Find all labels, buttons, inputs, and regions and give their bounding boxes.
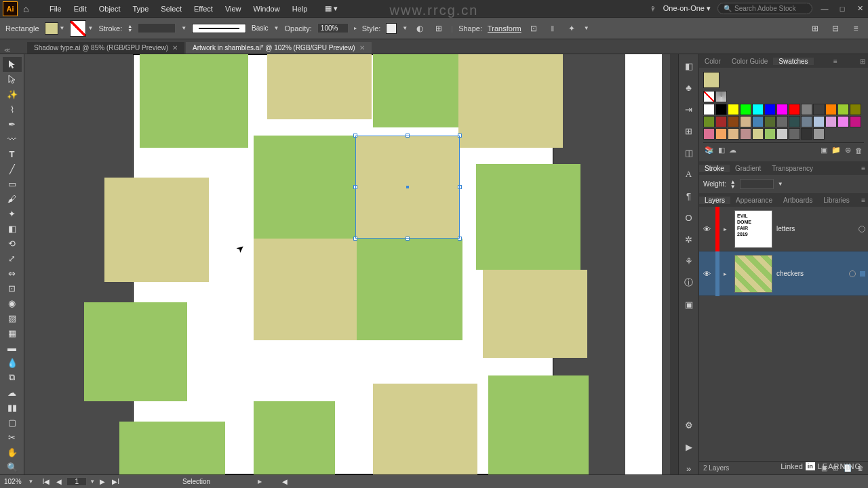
stroke-swatch-dropdown[interactable]: ▼ (70, 20, 93, 37)
zoom-tool[interactable]: 🔍 (3, 460, 22, 474)
recolor-icon[interactable]: ◐ (413, 22, 427, 35)
document-tab[interactable]: Shadow type.ai @ 85% (RGB/GPU Preview)✕ (27, 42, 184, 54)
opentype-icon[interactable]: O (683, 211, 695, 224)
magic-wand-tool[interactable]: ✨ (3, 87, 22, 102)
layer-visibility-icon[interactable]: 👁 (702, 225, 711, 233)
hand-tool[interactable]: ✋ (3, 445, 22, 460)
lasso-tool[interactable]: ⌇ (3, 102, 22, 117)
swatch-cell[interactable] (850, 116, 861, 127)
layer-row[interactable]: 👁▸checkers (699, 251, 868, 296)
swatch-cell[interactable] (728, 116, 739, 127)
help-beacon-icon[interactable]: ♀ (650, 3, 656, 14)
tab-artboards[interactable]: Artboards (778, 197, 818, 204)
isolate-icon[interactable]: ⊡ (527, 22, 540, 35)
shape-rectangle[interactable] (458, 54, 563, 148)
shape-rectangle[interactable] (373, 384, 477, 474)
swatch-options-icon[interactable]: ☁ (729, 146, 736, 155)
stroke-weight-input[interactable] (138, 23, 176, 33)
swatch-cell[interactable] (740, 116, 751, 127)
swatch-cell[interactable] (801, 104, 812, 115)
align-icon[interactable]: ⊞ (432, 22, 446, 35)
shape-rectangle[interactable] (104, 178, 209, 282)
mesh-tool[interactable]: ▦ (3, 325, 22, 340)
layer-name-label[interactable]: checkers (776, 270, 845, 277)
swatch-cell[interactable] (715, 104, 727, 115)
shape-rectangle[interactable] (357, 239, 462, 340)
tab-overflow-icon[interactable]: ≪ (4, 47, 10, 54)
brush-dropdown[interactable]: ▼ (181, 25, 186, 31)
shape-rectangle[interactable] (254, 239, 358, 340)
glyphs-icon[interactable]: ✲ (683, 233, 695, 245)
stroke-panel-menu-icon[interactable]: ≡ (859, 165, 868, 172)
swatch-cell[interactable] (715, 128, 727, 140)
menu-window[interactable]: Window (248, 5, 286, 13)
workspace-switcher[interactable]: One-on-One ▾ (663, 4, 711, 13)
eyedropper-tool[interactable]: 💧 (3, 355, 22, 370)
swatch-library-icon[interactable]: 📚 (705, 146, 714, 155)
menu-type[interactable]: Type (127, 5, 155, 13)
stroke-weight-field[interactable] (740, 179, 774, 189)
swatch-cell[interactable] (728, 128, 739, 140)
libraries-icon[interactable]: ♣ (683, 81, 695, 94)
shape-rectangle[interactable] (488, 375, 589, 474)
brush-preview[interactable] (192, 24, 246, 33)
swatch-kind-icon[interactable]: ◧ (718, 146, 725, 155)
swatch-cell[interactable] (776, 116, 788, 127)
shaper-tool[interactable]: ✦ (3, 206, 22, 221)
swatch-cell[interactable] (752, 104, 764, 115)
swatch-cell[interactable] (752, 116, 764, 127)
layers-panel-menu-icon[interactable]: ≡ (859, 197, 868, 204)
shape-rectangle[interactable] (84, 302, 187, 401)
vertical-scrollbar[interactable] (670, 54, 678, 474)
rotate-tool[interactable]: ⟲ (3, 236, 22, 251)
menu-object[interactable]: Object (93, 5, 127, 13)
new-folder-icon[interactable]: 📁 (831, 146, 841, 155)
swatch-cell[interactable] (837, 116, 849, 127)
expand-icon[interactable]: » (683, 462, 695, 474)
delete-swatch-icon[interactable]: 🗑 (855, 146, 863, 155)
shape-rectangle[interactable] (140, 54, 248, 148)
layer-expand-icon[interactable]: ▸ (724, 270, 730, 277)
swatch-cell[interactable] (813, 116, 825, 127)
swatches-view-grid-icon[interactable]: ⊞ (857, 58, 868, 65)
swatch-cell[interactable] (825, 104, 837, 115)
swatch-cell[interactable] (850, 104, 861, 115)
window-close-icon[interactable]: ✕ (854, 4, 865, 13)
menu-effect[interactable]: Effect (188, 5, 219, 13)
align-panel-icon[interactable]: ⊞ (683, 125, 695, 137)
selection-tool[interactable] (3, 57, 22, 72)
swatch-cell[interactable] (703, 104, 715, 115)
align2-icon[interactable]: ⫴ (546, 22, 559, 35)
shape-builder-tool[interactable]: ◉ (3, 296, 22, 310)
swatch-cell[interactable] (801, 128, 812, 140)
perspective-tool[interactable]: ▨ (3, 310, 22, 325)
style-swatch[interactable] (386, 23, 397, 34)
artboard-navigator[interactable]: I◀ ◀ ▼ ▶ ▶I (41, 477, 121, 486)
arrange-icon[interactable]: ✦ (565, 22, 578, 35)
tab-libraries[interactable]: Libraries (818, 197, 854, 204)
swatch-cell[interactable] (789, 116, 800, 127)
asset-export-icon[interactable]: ⇥ (683, 103, 695, 115)
width-tool[interactable]: ⇔ (3, 266, 22, 281)
play-icon[interactable]: ▶ (683, 441, 695, 453)
symbol-sprayer-tool[interactable]: ☁ (3, 385, 22, 400)
swatch-none[interactable] (703, 91, 715, 102)
layer-name-label[interactable]: letters (776, 225, 854, 232)
swatches-view-list-icon[interactable]: ≡ (831, 58, 840, 65)
properties-icon[interactable]: ◧ (683, 60, 695, 72)
shape-rectangle[interactable] (373, 54, 460, 127)
shape-rectangle[interactable] (476, 164, 580, 270)
menu-help[interactable]: Help (286, 5, 314, 13)
layer-row[interactable]: 👁▸EVILDOMEFAIR2019letters (699, 207, 868, 251)
pathfinder-icon[interactable]: ◫ (683, 146, 695, 159)
swatch-cell[interactable] (776, 128, 788, 140)
symbols-icon[interactable]: ⚘ (683, 255, 695, 267)
swatch-cell[interactable] (703, 128, 715, 140)
swatch-cell[interactable] (764, 104, 776, 115)
free-transform-tool[interactable]: ⊡ (3, 281, 22, 296)
line-tool[interactable]: ╱ (3, 161, 22, 176)
curvature-tool[interactable]: 〰 (3, 131, 22, 146)
shape-rectangle[interactable] (119, 422, 225, 474)
rectangle-tool[interactable]: ▭ (3, 176, 22, 191)
layer-target-icon[interactable] (859, 226, 865, 232)
